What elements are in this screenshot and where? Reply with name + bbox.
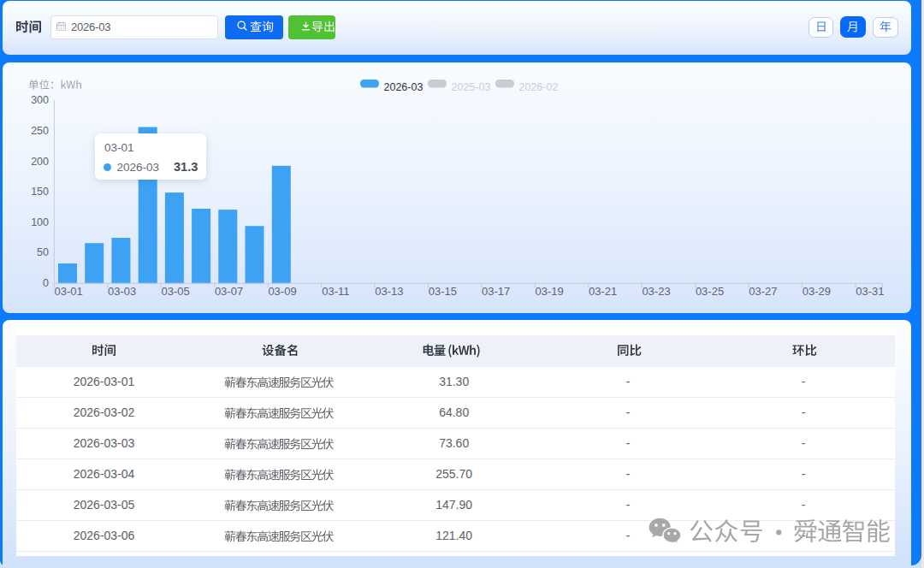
svg-text:03-19: 03-19 [536, 285, 564, 298]
svg-text:2026-02: 2026-02 [519, 81, 559, 93]
svg-text:03-27: 03-27 [749, 285, 777, 298]
svg-text:03-25: 03-25 [696, 285, 724, 298]
svg-text:150: 150 [31, 186, 49, 198]
svg-text:2025-03: 2025-03 [452, 81, 491, 93]
svg-text:03-29: 03-29 [803, 285, 831, 298]
svg-text:300: 300 [31, 94, 49, 106]
svg-text:2026-03: 2026-03 [384, 81, 424, 93]
svg-text:03-21: 03-21 [589, 285, 617, 298]
svg-text:100: 100 [31, 216, 49, 228]
svg-text:200: 200 [31, 156, 49, 168]
svg-text:03-17: 03-17 [482, 285, 510, 298]
svg-text:50: 50 [37, 246, 49, 258]
svg-text:250: 250 [31, 125, 49, 137]
svg-text:03-15: 03-15 [429, 285, 457, 298]
svg-text:03-07: 03-07 [215, 285, 243, 298]
svg-text:03-01: 03-01 [55, 285, 83, 298]
svg-text:03-11: 03-11 [322, 285, 349, 298]
svg-text:03-13: 03-13 [375, 285, 403, 298]
svg-text:03-23: 03-23 [642, 285, 670, 298]
svg-text:03-05: 03-05 [161, 285, 189, 298]
svg-text:03-09: 03-09 [268, 285, 296, 298]
svg-text:03-31: 03-31 [856, 285, 884, 298]
svg-text:03-03: 03-03 [108, 285, 136, 298]
svg-text:0: 0 [43, 277, 49, 289]
